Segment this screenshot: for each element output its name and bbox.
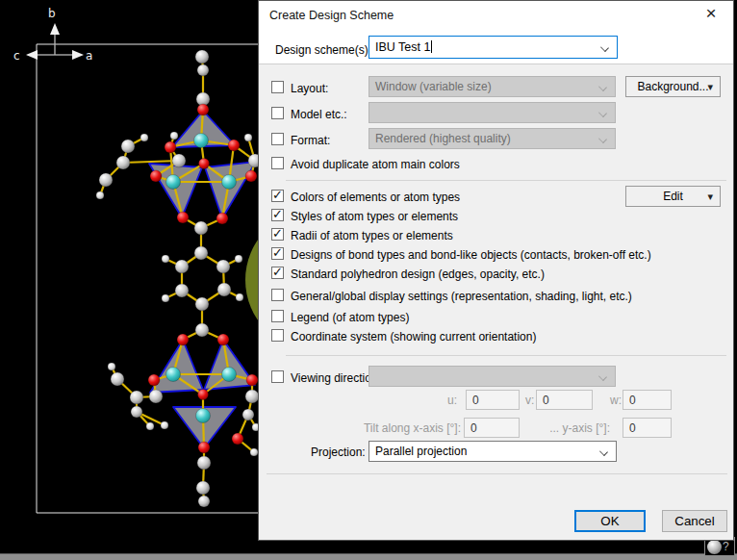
u-field: 0 [466,390,520,410]
atom-O[interactable] [199,159,210,169]
legend-checkbox[interactable]: ✓ [271,310,284,322]
chevron-down-icon[interactable] [600,43,609,52]
atom-C[interactable] [242,409,254,420]
atom-O[interactable] [228,140,240,151]
separator [286,180,726,181]
atom-C[interactable] [194,246,208,260]
avoid-duplicate-checkbox[interactable]: ✓ [271,157,284,169]
axis-label-c: c [13,49,20,63]
atom-C[interactable] [198,496,210,507]
atom-H[interactable] [146,422,154,430]
chevron-down-icon [598,109,607,117]
menu-arrow-icon: ▾ [707,77,713,96]
cancel-button[interactable]: Cancel [662,510,727,532]
atom-C[interactable] [245,390,259,403]
close-icon[interactable]: × [700,3,722,24]
design-scheme-combobox[interactable]: IBU Test 1 [368,36,618,59]
w-label: w: [610,394,622,407]
atom-H[interactable] [235,255,242,263]
edit-button[interactable]: Edit ▾ [625,186,721,207]
layout-checkbox[interactable]: ✓ [271,81,284,93]
text-caret [431,40,432,53]
atom-C[interactable] [194,221,208,235]
atom-O[interactable] [197,104,209,115]
atom-Zn[interactable] [194,134,209,148]
model-checkbox[interactable]: ✓ [271,107,284,119]
atom-H[interactable] [161,421,168,429]
atom-H[interactable] [162,255,169,263]
atom-C[interactable] [195,297,209,311]
atom-C[interactable] [197,64,209,76]
atom-H[interactable] [236,293,243,301]
atom-C[interactable] [196,481,210,495]
dialog-header: Create Design Scheme × Design scheme(s):… [259,1,733,64]
atom-C[interactable] [197,456,211,470]
atom-C[interactable] [149,390,163,403]
atom-C[interactable] [121,140,135,153]
atom-O[interactable] [232,433,243,445]
atom-Zn[interactable] [196,409,211,423]
atom-O[interactable] [177,334,189,345]
w-field: 0 [623,390,672,410]
atom-Zn[interactable] [222,368,237,382]
chevron-down-icon [598,83,607,91]
atom-C[interactable] [195,323,209,337]
atom-O[interactable] [165,141,176,153]
ok-button[interactable]: OK [574,510,646,532]
design-scheme-value: IBU Test 1 [375,40,430,54]
format-checkbox[interactable]: ✓ [271,133,284,145]
atom-C[interactable] [175,284,189,297]
atom-H[interactable] [170,132,178,140]
polyhedron-checkbox[interactable]: ✓ [271,267,284,279]
atom-Zn[interactable] [166,175,181,190]
atom-O[interactable] [246,374,258,386]
bond-designs-checkbox[interactable]: ✓ [271,247,284,260]
axis-label-b: b [48,7,56,20]
atom-O[interactable] [148,374,160,386]
atom-H[interactable] [244,134,252,141]
global-settings-checkbox[interactable]: ✓ [271,289,284,301]
atom-H[interactable] [140,134,148,141]
atom-C[interactable] [99,173,113,187]
atom-C[interactable] [131,406,142,418]
u-label: u: [447,394,457,407]
atom-H[interactable] [96,191,104,199]
model-combobox [368,102,616,123]
global-settings-label: General/global display settings (represe… [291,290,632,303]
atom-C[interactable] [195,50,209,64]
layout-label: Layout: [291,82,328,95]
coordinate-system-checkbox[interactable]: ✓ [271,329,284,342]
radii-checkbox[interactable]: ✓ [271,228,284,241]
atom-O[interactable] [198,442,210,453]
atom-O[interactable] [217,334,229,345]
atom-O[interactable] [216,213,228,224]
atom-H[interactable] [250,448,258,456]
atom-O[interactable] [177,212,189,223]
atom-C[interactable] [130,391,143,404]
atom-C[interactable] [116,156,130,169]
atom-H[interactable] [108,363,115,370]
atom-C[interactable] [111,372,124,386]
format-label: Format: [291,134,330,147]
projection-combobox[interactable]: Parallel projection [368,441,617,462]
atom-O[interactable] [150,170,162,182]
atom-C[interactable] [175,260,189,273]
atom-C[interactable] [216,260,230,273]
atom-Zn[interactable] [222,175,237,190]
atom-C[interactable] [172,154,186,167]
avoid-duplicate-label: Avoid duplicate atom main colors [291,158,460,171]
v-label: v: [525,394,534,407]
status-bar [0,553,737,560]
viewing-direction-checkbox[interactable]: ✓ [271,370,284,383]
atom-O[interactable] [198,390,209,400]
atom-Zn[interactable] [166,368,181,382]
chevron-down-icon[interactable] [599,447,608,456]
colors-checkbox[interactable]: ✓ [271,190,284,202]
atom-O[interactable] [245,170,257,182]
atom-H[interactable] [162,294,169,302]
atom-C[interactable] [217,283,231,296]
axis-arrow-icon [72,50,84,60]
polyhedron-label: Standard polyhedron design (edges, opaci… [291,267,545,281]
background-button[interactable]: Background... ▾ [625,76,721,97]
styles-checkbox[interactable]: ✓ [271,209,284,221]
